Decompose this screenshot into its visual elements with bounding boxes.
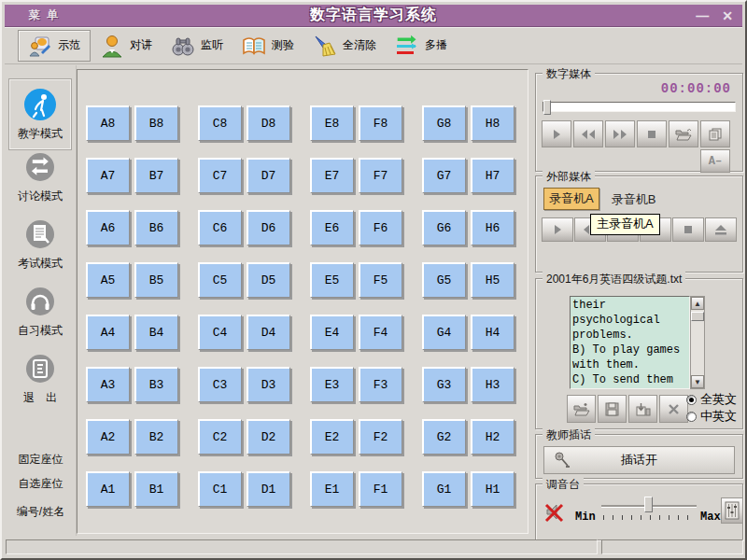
seat-button-H7[interactable]: H7	[471, 158, 514, 193]
seat-button-F2[interactable]: F2	[359, 419, 402, 455]
toolbar-button-demo[interactable]: 示范	[18, 30, 91, 62]
seat-button-H1[interactable]: H1	[471, 471, 514, 507]
seat-button-D3[interactable]: D3	[247, 367, 290, 402]
seat-button-A8[interactable]: A8	[86, 105, 130, 141]
seat-button-G6[interactable]: G6	[422, 210, 466, 245]
seat-button-B1[interactable]: B1	[134, 471, 178, 507]
seat-button-D7[interactable]: D7	[247, 158, 290, 193]
seat-button-A3[interactable]: A3	[86, 367, 130, 402]
seat-button-C3[interactable]: C3	[198, 367, 242, 402]
seat-button-G7[interactable]: G7	[422, 158, 466, 193]
seat-button-G1[interactable]: G1	[422, 471, 466, 507]
seat-button-B5[interactable]: B5	[134, 262, 178, 298]
sidebar-item-number-name[interactable]: 编号/姓名	[5, 504, 77, 520]
stop-button[interactable]	[637, 120, 667, 147]
tab-recorder-b[interactable]: 录音机B	[607, 189, 661, 210]
tab-recorder-a[interactable]: 录音机A	[543, 188, 599, 210]
seat-button-D4[interactable]: D4	[247, 315, 290, 350]
seat-button-C2[interactable]: C2	[198, 419, 242, 455]
seat-button-E3[interactable]: E3	[310, 367, 354, 402]
sidebar-item-fixed-seats[interactable]: 固定座位	[5, 452, 77, 468]
mixer-console-button[interactable]	[721, 497, 743, 524]
seat-button-C5[interactable]: C5	[198, 262, 242, 298]
seat-button-C1[interactable]: C1	[198, 471, 242, 507]
seat-button-E6[interactable]: E6	[310, 210, 354, 245]
seat-button-F6[interactable]: F6	[359, 210, 402, 245]
seat-button-D1[interactable]: D1	[247, 471, 290, 507]
save-text-button[interactable]	[598, 395, 627, 423]
mute-icon[interactable]	[543, 501, 566, 524]
radio-all-english[interactable]: 全英文	[686, 391, 737, 408]
seat-button-G4[interactable]: G4	[422, 315, 466, 350]
seat-button-B2[interactable]: B2	[134, 419, 178, 455]
seat-button-H4[interactable]: H4	[471, 315, 514, 350]
seat-button-F4[interactable]: F4	[359, 315, 402, 350]
toolbar-button-quiz[interactable]: 测验	[233, 30, 303, 62]
seat-button-G5[interactable]: G5	[422, 262, 466, 298]
seat-button-B3[interactable]: B3	[134, 367, 178, 402]
seat-button-D8[interactable]: D8	[247, 105, 290, 141]
interject-button[interactable]: 插话开	[543, 446, 735, 474]
seat-button-C7[interactable]: C7	[198, 158, 242, 193]
media-progress-thumb[interactable]	[543, 100, 551, 115]
seat-button-G2[interactable]: G2	[422, 419, 466, 455]
seat-button-F3[interactable]: F3	[359, 367, 402, 402]
sidebar-item-exam-mode[interactable]: 考试模式	[8, 215, 72, 272]
sidebar-item-self-study-mode[interactable]: 自习模式	[8, 282, 72, 339]
radio-chinese-english[interactable]: 中英文	[686, 408, 737, 425]
seat-button-H8[interactable]: H8	[471, 105, 514, 141]
ext-play-button[interactable]	[542, 217, 573, 242]
ext-eject-button[interactable]	[705, 217, 737, 242]
seat-button-H2[interactable]: H2	[471, 419, 514, 455]
insert-text-button[interactable]	[628, 395, 657, 423]
sidebar-item-teaching-mode[interactable]: 教学模式	[8, 78, 72, 150]
play-button[interactable]	[542, 120, 571, 147]
font-button[interactable]: A–	[700, 149, 730, 173]
sidebar-item-choose-seats[interactable]: 自选座位	[5, 476, 77, 492]
text-scrollbar[interactable]: ▲ ▼	[690, 296, 705, 389]
seat-button-H6[interactable]: H6	[471, 210, 514, 245]
scroll-up-button[interactable]: ▲	[691, 297, 704, 310]
seat-button-C6[interactable]: C6	[198, 210, 242, 245]
seat-button-F8[interactable]: F8	[359, 105, 402, 141]
rewind-button[interactable]	[573, 120, 603, 147]
toolbar-button-monitor[interactable]: 监听	[162, 30, 233, 62]
seat-button-G3[interactable]: G3	[422, 367, 466, 402]
minimize-button[interactable]: —	[696, 9, 709, 22]
scroll-thumb[interactable]	[691, 312, 704, 321]
seat-button-E8[interactable]: E8	[310, 105, 354, 141]
copy-button[interactable]	[700, 120, 730, 147]
seat-button-B7[interactable]: B7	[134, 158, 178, 193]
seat-button-A1[interactable]: A1	[86, 471, 130, 507]
seat-button-D5[interactable]: D5	[247, 262, 290, 298]
close-button[interactable]: ✕	[722, 9, 733, 22]
seat-button-E7[interactable]: E7	[310, 158, 354, 193]
seat-button-H5[interactable]: H5	[471, 262, 514, 298]
sidebar-item-discussion-mode[interactable]: 讨论模式	[8, 147, 72, 204]
seat-button-A5[interactable]: A5	[86, 262, 130, 298]
seat-button-C8[interactable]: C8	[198, 105, 242, 141]
fast-forward-button[interactable]	[605, 120, 635, 147]
scroll-down-button[interactable]: ▼	[691, 375, 704, 388]
seat-button-A7[interactable]: A7	[86, 158, 130, 193]
seat-button-E2[interactable]: E2	[310, 419, 354, 455]
seat-button-F5[interactable]: F5	[359, 262, 402, 298]
sidebar-item-exit[interactable]: 退 出	[8, 349, 72, 406]
seat-button-B4[interactable]: B4	[134, 315, 178, 350]
text-content[interactable]: their psychological problems. B) To play…	[570, 296, 690, 389]
open-text-button[interactable]	[567, 395, 596, 423]
seat-button-E1[interactable]: E1	[310, 471, 354, 507]
seat-button-E5[interactable]: E5	[310, 262, 354, 298]
open-file-button[interactable]	[669, 120, 698, 147]
seat-button-E4[interactable]: E4	[310, 315, 354, 350]
mixer-slider-thumb[interactable]	[644, 497, 653, 512]
seat-button-H3[interactable]: H3	[471, 367, 514, 402]
seat-button-B8[interactable]: B8	[134, 105, 178, 141]
close-text-button[interactable]	[659, 395, 688, 423]
seat-button-A4[interactable]: A4	[86, 315, 130, 350]
toolbar-button-multicast[interactable]: 多播	[386, 30, 457, 62]
seat-button-D2[interactable]: D2	[247, 419, 290, 455]
seat-button-C4[interactable]: C4	[198, 315, 242, 350]
seat-button-B6[interactable]: B6	[134, 210, 178, 245]
toolbar-button-intercom[interactable]: 对讲	[91, 30, 162, 62]
